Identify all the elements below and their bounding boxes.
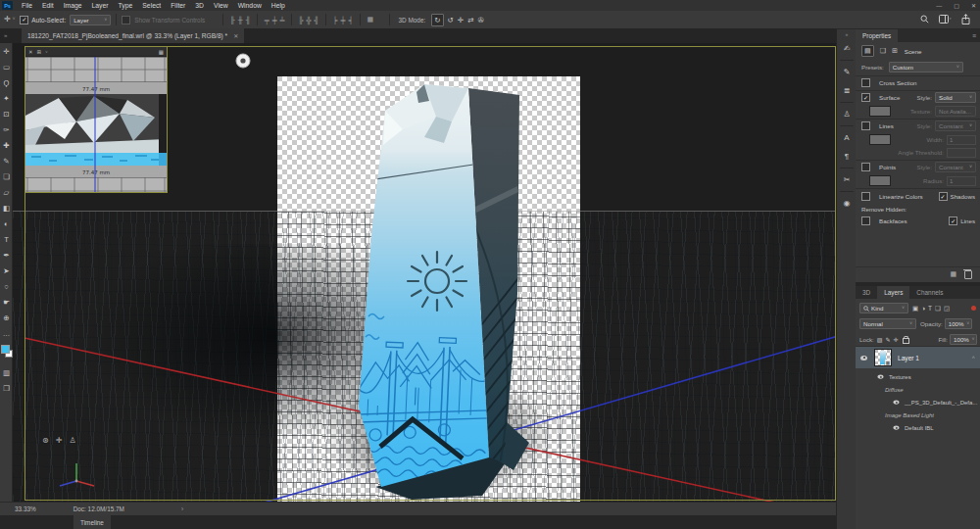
layer-visibility-eye-icon[interactable] [860, 356, 867, 361]
pan-widget-icon[interactable]: ✛ [56, 436, 63, 445]
crop-tool[interactable]: ⊡ [0, 106, 13, 121]
character-panel-icon[interactable]: A [837, 128, 857, 147]
menu-layer[interactable]: Layer [92, 2, 109, 9]
opacity-dropdown[interactable]: 100%˅ [945, 318, 972, 329]
tool-preset-chevron-icon[interactable]: ˅ [13, 18, 16, 23]
filter-kind-dropdown[interactable]: Kind ˅ [859, 303, 908, 313]
status-chevron-icon[interactable]: › [181, 505, 183, 512]
3d-light-widget[interactable] [236, 54, 250, 68]
coordinates-properties-icon[interactable]: ⊞ [892, 47, 898, 55]
zoom-level[interactable]: 33.33% [15, 505, 36, 512]
more-tools[interactable]: … [0, 325, 13, 341]
distribute-v-icon-1[interactable]: ╞ [332, 17, 337, 24]
filter-group-icon[interactable]: ❑ [935, 305, 941, 313]
path-select-tool[interactable]: ➤ [0, 263, 13, 278]
brush-tool[interactable]: ✎ [0, 153, 13, 168]
align-bottom-icon[interactable]: ╧ [280, 17, 285, 24]
lock-pixels-icon[interactable]: ✎ [885, 336, 890, 343]
texture-preview-window[interactable]: ✕ ⊞ ˅ ▦ 77.47 mm [24, 46, 168, 193]
surface-texture-dropdown[interactable]: Not Availa... [935, 106, 976, 117]
lock-all-icon[interactable] [903, 338, 909, 344]
preview-close-icon[interactable]: ✕ [28, 49, 33, 55]
delete-properties-icon[interactable] [964, 270, 972, 279]
menu-filter[interactable]: Filter [171, 2, 185, 9]
layer-row[interactable]: ▦ Layer 1 ˄ [856, 347, 980, 368]
gradient-tool[interactable]: ◧ [0, 200, 13, 216]
tab-channels[interactable]: Channels [909, 286, 950, 299]
points-checkbox[interactable] [861, 163, 870, 171]
workspace-icon[interactable] [939, 15, 952, 24]
move-tool[interactable]: ✛ [0, 43, 13, 59]
close-icon[interactable]: ✕ [971, 2, 976, 9]
tool-presets-panel-icon[interactable]: ✂ [837, 170, 857, 189]
clone-stamp-tool[interactable]: ❏ [0, 168, 13, 184]
3d-orbit-mode-icon[interactable]: ↻ [431, 14, 443, 26]
3d-dolly-mode-icon[interactable]: ✇ [477, 16, 483, 24]
surface-color-swatch[interactable] [869, 106, 891, 117]
menu-edit[interactable]: Edit [42, 2, 54, 9]
tree-item-default-ibl[interactable]: Default IBL [856, 421, 980, 434]
marquee-tool[interactable]: ▭ [0, 59, 13, 74]
tab-3d[interactable]: 3D [856, 286, 877, 299]
shadows-checkbox[interactable]: ✓ [939, 192, 948, 201]
filter-toggle[interactable] [971, 306, 976, 311]
textures-eye-icon[interactable] [878, 374, 884, 378]
filter-adjustment-icon[interactable]: ◑ [921, 305, 925, 312]
filter-pixel-icon[interactable]: ▣ [912, 305, 918, 313]
eraser-tool[interactable]: ▱ [0, 184, 13, 200]
filter-smart-icon[interactable]: ◲ [944, 305, 950, 313]
zoom-tool[interactable]: ⊕ [0, 310, 13, 325]
lines-checkbox[interactable] [861, 121, 870, 130]
hidden-lines-checkbox[interactable]: ✓ [949, 216, 957, 225]
auto-select-target-dropdown[interactable]: Layer˅ [70, 15, 111, 25]
3d-pan-mode-icon[interactable]: ✛ [458, 16, 464, 24]
libraries-panel-icon[interactable]: ♙ [837, 105, 857, 123]
show-transform-checkbox[interactable] [122, 16, 130, 24]
strip-collapse-icon[interactable]: » [837, 29, 857, 39]
tab-timeline[interactable]: Timeline [74, 515, 111, 529]
menu-help[interactable]: Help [271, 2, 285, 9]
axis-tripod-widget[interactable] [60, 463, 94, 486]
screen-mode-button[interactable]: ❐ [0, 380, 13, 396]
3d-print-properties-icon[interactable]: ❑ [880, 47, 886, 55]
preview-tile-icon[interactable]: ▦ [159, 49, 164, 55]
distribute-h-icon-1[interactable]: ╠ [299, 17, 304, 24]
preview-chevron-icon[interactable]: ˅ [45, 49, 47, 54]
menu-view[interactable]: View [214, 2, 228, 9]
minimize-icon[interactable]: — [936, 3, 942, 9]
distribute-h-icon-3[interactable]: ╣ [315, 17, 319, 24]
layer-name[interactable]: Layer 1 [898, 355, 919, 361]
orbit-widget-icon[interactable]: ⊛ [42, 436, 49, 445]
distribute-grid-icon[interactable]: ▦ [367, 16, 373, 24]
menu-image[interactable]: Image [64, 2, 82, 9]
points-style-dropdown[interactable]: Constant˅ [935, 162, 976, 172]
points-radius-field[interactable]: 1 [947, 176, 976, 186]
scene-properties-icon[interactable]: ▤ [861, 45, 874, 57]
canvas-area[interactable]: ✕ ⊞ ˅ ▦ 77.47 mm [13, 43, 836, 502]
cross-section-checkbox[interactable] [861, 78, 870, 87]
document-tab[interactable]: 181220_FAT2018_PjBooleaned_final.wrl @ 3… [22, 28, 244, 43]
tab-properties[interactable]: Properties [856, 29, 898, 42]
lock-position-icon[interactable]: ✛ [894, 336, 899, 343]
align-center-v-icon[interactable]: ╪ [272, 17, 277, 24]
filter-type-icon[interactable]: T [928, 305, 932, 312]
align-left-icon[interactable]: ╟ [230, 17, 235, 24]
tab-collapse-icon[interactable]: » [4, 32, 7, 38]
menu-select[interactable]: Select [142, 2, 161, 9]
tree-item-diffuse-texture[interactable]: __PS_3D_Default_-_Defa... [856, 396, 980, 409]
blend-mode-dropdown[interactable]: Normal˅ [859, 318, 916, 329]
shape-tool[interactable]: ○ [0, 278, 13, 294]
preview-grid-toggle-icon[interactable]: ⊞ [37, 49, 42, 55]
align-center-h-icon[interactable]: ╫ [238, 17, 243, 24]
distribute-v-icon-3[interactable]: ╡ [348, 17, 353, 24]
angle-threshold-field[interactable] [947, 148, 976, 158]
share-icon[interactable] [961, 14, 970, 25]
panel-menu-icon[interactable]: ≡ [972, 32, 976, 39]
lasso-tool[interactable]: Ϙ [0, 74, 13, 90]
search-icon[interactable] [920, 15, 929, 24]
menu-3d[interactable]: 3D [195, 2, 204, 9]
healing-brush-tool[interactable]: ✚ [0, 137, 13, 153]
lines-color-swatch[interactable] [869, 134, 891, 145]
points-color-swatch[interactable] [869, 175, 891, 186]
fill-dropdown[interactable]: 100%˅ [950, 334, 977, 345]
